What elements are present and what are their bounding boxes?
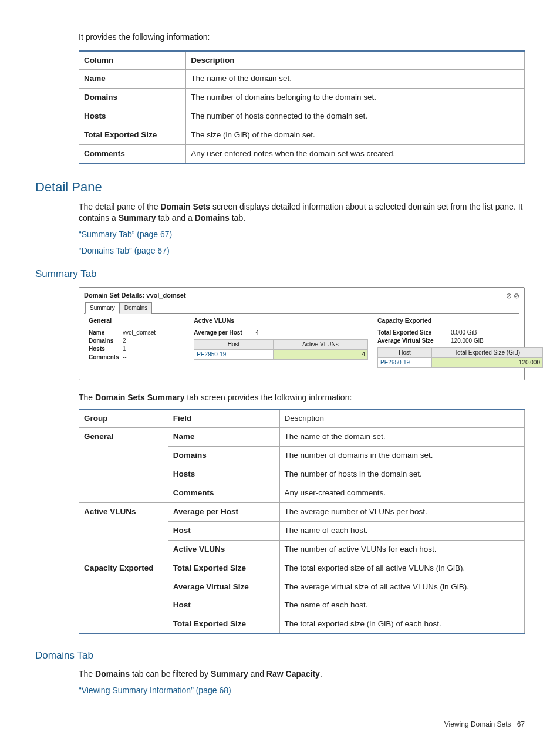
- cell-desc: The average virtual size of all active V…: [279, 578, 524, 596]
- label: Domains: [89, 337, 123, 345]
- text: and: [248, 669, 266, 679]
- cell-field: Average Virtual Size: [168, 578, 279, 596]
- text: The detail pane of the: [79, 202, 160, 211]
- text-bold: Raw Capacity: [266, 669, 320, 679]
- intro-text: It provides the following information:: [79, 32, 525, 43]
- domains-tab-heading: Domains Tab: [35, 649, 525, 663]
- value: 2: [123, 337, 126, 345]
- domains-tab-paragraph: The Domains tab can be filtered by Summa…: [79, 669, 525, 680]
- header-field: Field: [168, 409, 279, 428]
- collapse-down-icon[interactable]: ⊘: [514, 292, 519, 300]
- cell-col: Total Exported Size: [79, 126, 186, 145]
- cell-desc: The number of active VLUNs for each host…: [279, 540, 524, 559]
- th-host[interactable]: Host: [194, 339, 274, 349]
- text: The: [79, 669, 95, 679]
- cell-desc: The size (in GiB) of the domain set.: [186, 126, 525, 145]
- value: vvol_domset: [123, 329, 156, 337]
- cell-desc: The name of the domain set.: [186, 70, 525, 89]
- cell-field: Comments: [168, 484, 279, 503]
- cell-group: Capacity Exported: [79, 559, 168, 634]
- text: tab screen provides the following inform…: [185, 393, 352, 402]
- value: 0.000 GiB: [451, 329, 477, 337]
- capacity-exported-table: HostTotal Exported Size (GiB) PE2950-191…: [377, 347, 543, 368]
- page-footer: Viewing Domain Sets 67: [35, 720, 525, 730]
- active-vluns-table: HostActive VLUNs PE2950-194: [194, 339, 368, 360]
- cell-desc: The number of hosts connected to the dom…: [186, 107, 525, 126]
- value: 4: [255, 329, 259, 337]
- cell-col: Name: [79, 70, 186, 89]
- capacity-exported-title: Capacity Exported: [377, 316, 543, 326]
- active-vluns-title: Active VLUNs: [194, 316, 368, 326]
- domains-tab-link[interactable]: “Domains Tab” (page 67): [79, 246, 170, 255]
- cell-desc: The name of each host.: [279, 596, 524, 615]
- header-group: Group: [79, 409, 168, 428]
- cell-field: Name: [168, 428, 279, 447]
- cell-field: Hosts: [168, 465, 279, 484]
- label: Name: [89, 329, 123, 337]
- summary-tab-heading: Summary Tab: [35, 267, 525, 281]
- summary-tab-screenshot: ⊘ ⊘ Domain Set Details: vvol_domset Summ…: [79, 287, 525, 380]
- general-panel: General Namevvol_domset Domains2 Hosts1 …: [84, 316, 189, 368]
- cell-col: Hosts: [79, 107, 186, 126]
- cell-value: 120.000: [432, 357, 543, 367]
- text-bold: Domains: [195, 213, 230, 222]
- table-row: Comments Any user entered notes when the…: [79, 145, 525, 164]
- text: .: [320, 669, 322, 679]
- label: Hosts: [89, 345, 123, 353]
- viewing-summary-link[interactable]: “Viewing Summary Information” (page 68): [79, 686, 231, 695]
- collapse-up-icon[interactable]: ⊘: [506, 292, 512, 300]
- capacity-exported-panel: Capacity Exported Total Exported Size0.0…: [373, 316, 548, 368]
- summary-fields-table: Group Field Description General Name The…: [79, 409, 525, 635]
- host-link[interactable]: PE2950-19: [194, 349, 274, 359]
- detail-pane-paragraph: The detail pane of the Domain Sets scree…: [79, 201, 525, 224]
- text-bold: Summary: [119, 213, 156, 222]
- tab-summary[interactable]: Summary: [85, 302, 120, 314]
- value: --: [123, 353, 127, 362]
- cell-desc: The number of domains belonging to the d…: [186, 89, 525, 107]
- panel-icons: ⊘ ⊘: [506, 291, 519, 301]
- th-total-exported-size[interactable]: Total Exported Size (GiB): [432, 347, 543, 357]
- table-row: General Name The name of the domain set.: [79, 428, 525, 447]
- cell-field: Domains: [168, 447, 279, 465]
- column-description-table: Column Description Name The name of the …: [79, 50, 525, 164]
- table-row: Capacity Exported Total Exported Size Th…: [79, 559, 525, 578]
- cell-desc: The number of domains in the domain set.: [279, 447, 524, 465]
- cell-group: Active VLUNs: [79, 503, 168, 559]
- table-row: Total Exported Size The size (in GiB) of…: [79, 126, 525, 145]
- text: tab can be filtered by: [130, 669, 211, 679]
- text-bold: Domains: [95, 669, 130, 679]
- text-bold: Domain Sets: [160, 202, 210, 211]
- header-description: Description: [186, 51, 525, 70]
- tab-domains[interactable]: Domains: [120, 302, 152, 314]
- table-header-row: Group Field Description: [79, 409, 525, 428]
- table-row: Active VLUNs Average per Host The averag…: [79, 503, 525, 522]
- cell-group: General: [79, 428, 168, 503]
- active-vluns-panel: Active VLUNs Average per Host4 HostActiv…: [189, 316, 373, 368]
- text: The: [79, 393, 95, 402]
- cell-desc: The average number of VLUNs per host.: [279, 503, 524, 522]
- tab-bar: Summary Domains: [84, 302, 519, 314]
- cell-value: 4: [273, 349, 367, 359]
- cell-field: Host: [168, 521, 279, 540]
- th-host[interactable]: Host: [378, 347, 432, 357]
- text-bold: Domain Sets Summary: [95, 393, 185, 402]
- table-header-row: Column Description: [79, 51, 525, 70]
- table-row: Hosts The number of hosts connected to t…: [79, 107, 525, 126]
- cell-field: Host: [168, 596, 279, 615]
- cell-desc: Any user entered notes when the domain s…: [186, 145, 525, 164]
- panel-title: Domain Set Details: vvol_domset: [84, 291, 519, 300]
- text-bold: Summary: [211, 669, 248, 679]
- cell-desc: The total exported size of all active VL…: [279, 559, 524, 578]
- cell-desc: Any user-created comments.: [279, 484, 524, 503]
- general-panel-title: General: [89, 316, 184, 326]
- cell-field: Average per Host: [168, 503, 279, 522]
- label: Total Exported Size: [377, 329, 451, 337]
- cell-field: Total Exported Size: [168, 559, 279, 578]
- text: tab.: [230, 213, 245, 222]
- detail-pane-heading: Detail Pane: [35, 178, 525, 197]
- summary-tab-link[interactable]: “Summary Tab” (page 67): [79, 229, 172, 239]
- host-link[interactable]: PE2950-19: [378, 357, 432, 367]
- summary-table-intro: The Domain Sets Summary tab screen provi…: [79, 392, 525, 404]
- cell-desc: The number of hosts in the domain set.: [279, 465, 524, 484]
- th-active-vluns[interactable]: Active VLUNs: [273, 339, 367, 349]
